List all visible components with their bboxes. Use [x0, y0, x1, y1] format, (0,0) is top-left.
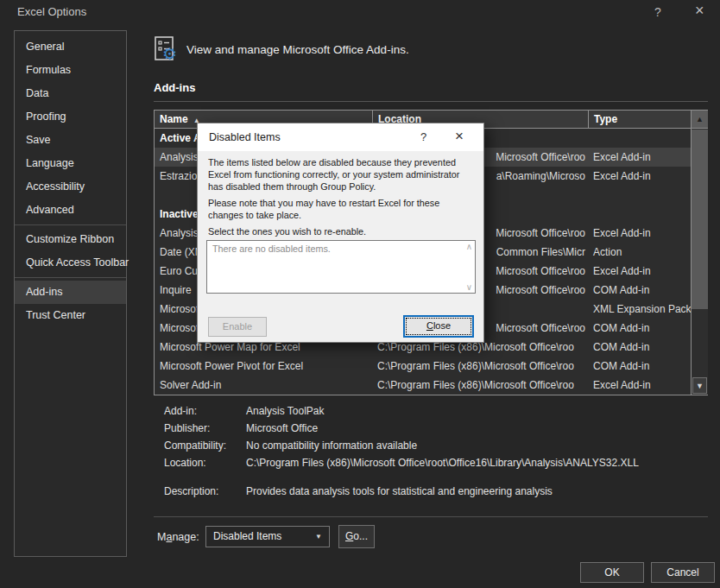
sidebar-item-advanced[interactable]: Advanced [15, 199, 126, 222]
gear-icon: ⚙ [162, 46, 177, 62]
listbox-placeholder: There are no disabled items. [212, 243, 331, 254]
detail-label: Description: [164, 485, 218, 497]
detail-value: Analysis ToolPak [246, 405, 325, 417]
table-scrollbar[interactable]: ▲ ▼ [691, 111, 708, 395]
cancel-button[interactable]: Cancel [651, 562, 715, 583]
manage-dropdown[interactable]: Disabled Items ▼ [205, 526, 330, 547]
detail-value: Microsoft Office [246, 422, 318, 434]
window-help-icon[interactable]: ? [654, 5, 661, 19]
addins-list-gear-icon: ⚙ [155, 36, 180, 64]
sidebar-item-general[interactable]: General [15, 35, 126, 59]
go-button[interactable]: Go... [338, 525, 375, 548]
dialog-help-icon[interactable]: ? [420, 130, 426, 143]
detail-value: Provides data analysis tools for statist… [246, 485, 553, 497]
detail-label: Add-in: [164, 405, 197, 417]
disabled-items-listbox[interactable]: There are no disabled items. ∧ ∨ [206, 240, 476, 294]
excel-options-window: Excel Options ? × General Formulas Data … [0, 0, 720, 588]
chevron-down-icon: ▼ [315, 527, 322, 547]
sidebar-item-save[interactable]: Save [15, 129, 126, 152]
heading-divider [154, 101, 708, 102]
sidebar-item-data[interactable]: Data [15, 82, 126, 105]
detail-label: Publisher: [164, 422, 210, 434]
dialog-text: Select the ones you wish to re-enable. [208, 225, 480, 237]
sidebar-item-customize-ribbon[interactable]: Customize Ribbon [15, 228, 126, 251]
listbox-scroll-up-icon: ∧ [466, 242, 472, 251]
table-row[interactable]: Microsoft Power Pivot for Excel C:\Progr… [155, 357, 691, 376]
sidebar-item-add-ins[interactable]: Add-ins [15, 281, 126, 304]
dialog-text: The items listed below are disabled beca… [208, 156, 480, 193]
dialog-title: Disabled Items [209, 131, 281, 143]
sidebar-item-accessibility[interactable]: Accessibility [15, 175, 126, 199]
sidebar-item-quick-access-toolbar[interactable]: Quick Access Toolbar [15, 251, 126, 275]
footer-divider [154, 516, 708, 517]
sidebar-item-trust-center[interactable]: Trust Center [15, 304, 126, 327]
detail-value: C:\Program Files (x86)\Microsoft Office\… [246, 457, 639, 469]
window-title: Excel Options [17, 5, 86, 18]
dialog-titlebar: Disabled Items ? × [198, 123, 483, 151]
manage-label: Manage: [157, 531, 199, 543]
banner-text: View and manage Microsoft Office Add-ins… [186, 43, 409, 56]
options-sidebar: General Formulas Data Proofing Save Lang… [14, 30, 127, 557]
table-row[interactable]: Solver Add-in C:\Program Files (x86)\Mic… [155, 376, 691, 395]
page-title: Add-ins [154, 81, 195, 94]
window-close-icon[interactable]: × [695, 2, 704, 20]
sidebar-divider [15, 224, 126, 225]
sidebar-item-proofing[interactable]: Proofing [15, 105, 126, 129]
scrollbar-thumb[interactable] [692, 130, 708, 309]
column-header-type[interactable]: Type [588, 111, 691, 129]
sidebar-divider [15, 277, 126, 278]
detail-label: Location: [164, 457, 206, 469]
listbox-scroll-down-icon: ∨ [466, 282, 472, 292]
scrollbar-up-icon[interactable]: ▲ [692, 111, 708, 129]
enable-button[interactable]: Enable [208, 317, 267, 337]
dialog-close-icon[interactable]: × [455, 128, 464, 145]
scrollbar-down-icon[interactable]: ▼ [692, 377, 707, 394]
detail-value: No compatibility information available [246, 439, 417, 452]
ok-button[interactable]: OK [580, 562, 644, 583]
sidebar-item-language[interactable]: Language [15, 152, 126, 175]
disabled-items-dialog: Disabled Items ? × The items listed belo… [197, 123, 484, 343]
dialog-text: Please note that you may have to restart… [208, 197, 480, 221]
manage-dropdown-value: Disabled Items [213, 530, 281, 542]
detail-label: Compatibility: [164, 439, 226, 452]
close-button[interactable]: Close [403, 315, 474, 338]
sidebar-item-formulas[interactable]: Formulas [15, 59, 126, 82]
